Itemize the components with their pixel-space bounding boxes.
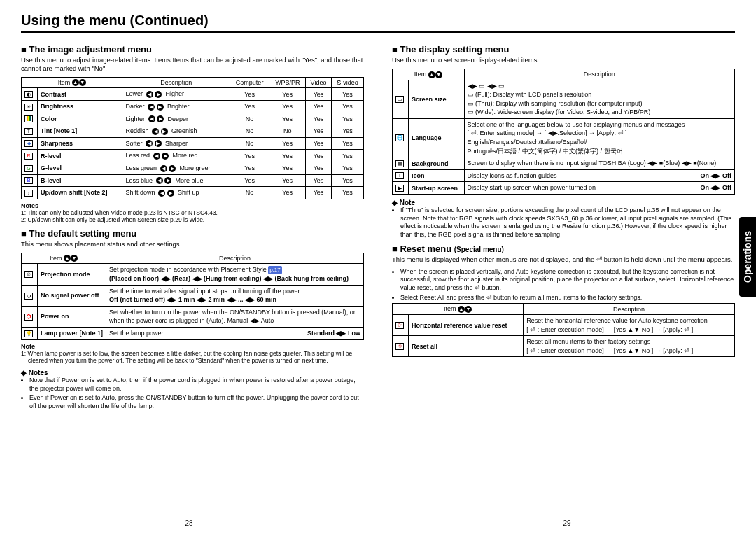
- sharp-icon: [24, 140, 33, 147]
- table-row: Screen size◀▶ ▭ ◀▶ ▭▭ (Full): Display wi…: [393, 80, 735, 118]
- table-row: Up/down shift [Note 2] Shift down Shift …: [22, 187, 364, 199]
- proj-icon: [24, 271, 33, 278]
- table-row: B-level Less blue More blue YesYesYesYes: [22, 174, 364, 187]
- nosig-icon: [24, 293, 33, 300]
- lang-icon: [396, 134, 404, 141]
- default-setting-table: Item Description Projection modeSet proj…: [21, 253, 364, 340]
- reset-menu-bullets: When the screen is placed vertically, an…: [392, 268, 735, 302]
- side-tab-operations: Operations: [739, 217, 756, 297]
- bl-icon: [24, 177, 33, 184]
- default-notes2-h: ◆ Notes: [21, 369, 364, 377]
- table-row: No signal power offSet the time to wait …: [22, 285, 364, 306]
- image-adjust-table: Item Description Computer Y/PB/PR Video …: [21, 77, 364, 199]
- table-row: Color Lighter Deeper NoYesYesYes: [22, 113, 364, 125]
- table-row: Power onSet whether to turn on the power…: [22, 306, 364, 327]
- table-row: Horizontal reference value resetReset th…: [393, 315, 735, 336]
- bg-icon: [396, 160, 404, 167]
- table-row: Brightness Darker Brighter YesYesYesYes: [22, 100, 364, 113]
- default-notes2: Note that if Power on is set to Auto, th…: [21, 377, 364, 411]
- table-row: Projection modeSet projection mode in ac…: [22, 264, 364, 285]
- tint-icon: [24, 128, 33, 135]
- ud-icon: [24, 190, 33, 197]
- default-menu-intro: This menu shows placement status and oth…: [21, 240, 364, 248]
- table-row: Reset allReset all menu items to their f…: [393, 336, 735, 357]
- display-menu-intro: Use this menu to set screen display-rela…: [392, 56, 735, 64]
- rl-icon: [24, 153, 33, 160]
- image-menu-intro: Use this menu to adjust image-related it…: [21, 56, 364, 73]
- table-row: Contrast Lower Higher YesYesYesYes: [22, 88, 364, 101]
- display-note: If "Thru" is selected for screen size, p…: [392, 206, 735, 239]
- display-setting-table: Item Description Screen size◀▶ ▭ ◀▶ ▭▭ (…: [392, 69, 735, 195]
- sun-icon: [24, 104, 33, 111]
- table-row: Start-up screenDisplay start-up screen w…: [393, 182, 735, 195]
- scr-icon: [396, 96, 404, 103]
- page-title: Using the menu (Continued): [21, 13, 735, 33]
- image-notes-h: Notes: [21, 202, 364, 209]
- image-notes: 1: Tint can only be adjusted when Video …: [21, 209, 364, 224]
- moon-icon: [24, 91, 33, 98]
- display-menu-title: ■ The display setting menu: [392, 44, 735, 55]
- table-row: LanguageSelect one of the languages belo…: [393, 118, 735, 157]
- reset-menu-table: Item Description Horizontal reference va…: [392, 303, 735, 357]
- start-icon: [396, 185, 404, 192]
- left-column: ■ The image adjustment menu Use this men…: [21, 40, 364, 412]
- table-row: BackgroundScreen to display when there i…: [393, 157, 735, 170]
- table-row: G-level Less green More green YesYesYesY…: [22, 162, 364, 174]
- table-row: Lamp power [Note 1]Set the lamp power St…: [22, 328, 364, 340]
- default-note-h: Note: [21, 343, 364, 350]
- page-spread: ■ The image adjustment menu Use this men…: [21, 40, 735, 412]
- page-numbers: 28 29: [0, 519, 756, 527]
- pwr-icon: [24, 314, 33, 321]
- table-row: R-level Less red More red YesYesYesYes: [22, 150, 364, 162]
- icon-icon: [396, 172, 404, 179]
- display-note-h: ◆ Note: [392, 199, 735, 206]
- right-column: ■ The display setting menu Use this menu…: [392, 40, 735, 412]
- hrz-icon: [396, 322, 404, 329]
- rst-icon: [396, 343, 404, 350]
- table-row: Sharpness Softer Sharper NoYesYesYes: [22, 137, 364, 150]
- pal-icon: [24, 115, 33, 122]
- reset-menu-intro: This menu is displayed when other menus …: [392, 255, 735, 264]
- gl-icon: [24, 165, 33, 172]
- table-row: Tint [Note 1] Reddish Greenish NoNoYesYe…: [22, 125, 364, 138]
- reset-menu-title: ■ Reset menu (Special menu): [392, 244, 735, 254]
- default-note: 1: When lamp power is set to low, the sc…: [21, 350, 364, 365]
- table-row: IconDisplay icons as function guides On …: [393, 169, 735, 182]
- lamp-icon: [24, 330, 33, 337]
- image-menu-title: ■ The image adjustment menu: [21, 44, 364, 55]
- default-menu-title: ■ The default setting menu: [21, 228, 364, 239]
